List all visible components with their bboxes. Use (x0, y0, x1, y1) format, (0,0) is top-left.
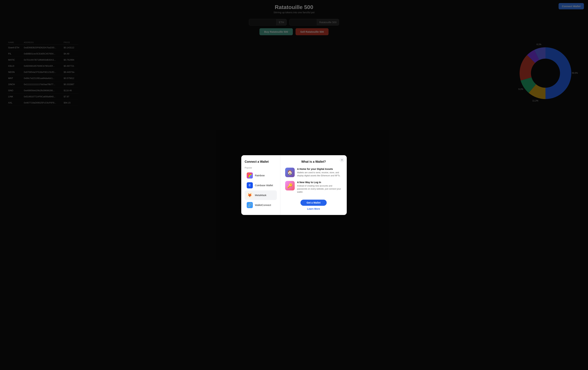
modal-right-title: What is a Wallet? (301, 160, 326, 164)
feature-title: A Home for your Digital Assets (297, 168, 342, 170)
feature-description: Wallets are used to send, receive, store… (297, 171, 342, 177)
modal-title: Connect a Wallet (245, 160, 277, 164)
login-icon: 🔑 (285, 181, 295, 190)
learn-more-link[interactable]: Learn More (307, 207, 320, 210)
home-icon: 🏠 (285, 168, 295, 177)
modal-actions: Get a Wallet Learn More (285, 200, 342, 210)
get-wallet-button[interactable]: Get a Wallet (300, 200, 327, 206)
wallet-name: WalletConnect (255, 204, 271, 206)
feature-description: Instead of creating new accounts and pas… (297, 184, 342, 193)
wallet-name: Coinbase Wallet (255, 184, 273, 187)
wallet-item[interactable]: 🔗WalletConnect (245, 200, 277, 210)
modal-right-panel: × What is a Wallet? 🏠 A Home for your Di… (280, 155, 347, 215)
wallet-list: 🌈RainbowCCoinbase Wallet🦊MetaMask🔗Wallet… (245, 171, 277, 210)
rainbow-icon: 🌈 (247, 172, 253, 179)
feature-title: A New Way to Log In (297, 181, 342, 184)
modal-close-button[interactable]: × (340, 158, 344, 162)
feature-item: 🔑 A New Way to Log In Instead of creatin… (285, 181, 342, 193)
walletconnect-icon: 🔗 (247, 202, 253, 208)
feature-text: A Home for your Digital Assets Wallets a… (297, 168, 342, 177)
wallet-name: MetaMask (255, 194, 266, 197)
modal-overlay[interactable]: Connect a Wallet Popular 🌈RainbowCCoinba… (0, 0, 588, 370)
wallet-item[interactable]: 🌈Rainbow (245, 171, 277, 180)
wallet-name: Rainbow (255, 174, 264, 177)
feature-text: A New Way to Log In Instead of creating … (297, 181, 342, 193)
modal-section-label: Popular (245, 167, 277, 169)
wallet-item[interactable]: CCoinbase Wallet (245, 180, 277, 190)
coinbase-icon: C (247, 182, 253, 188)
connect-wallet-modal: Connect a Wallet Popular 🌈RainbowCCoinba… (241, 155, 347, 215)
metamask-icon: 🦊 (247, 192, 253, 198)
features-container: 🏠 A Home for your Digital Assets Wallets… (285, 168, 342, 197)
feature-item: 🏠 A Home for your Digital Assets Wallets… (285, 168, 342, 177)
modal-left-panel: Connect a Wallet Popular 🌈RainbowCCoinba… (241, 155, 280, 215)
wallet-item[interactable]: 🦊MetaMask (245, 190, 277, 200)
